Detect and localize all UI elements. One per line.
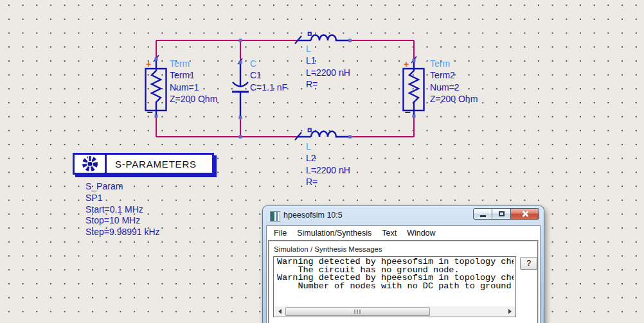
- l1-type-label[interactable]: L: [306, 43, 350, 55]
- maximize-button[interactable]: [492, 208, 511, 220]
- term2-minus-mark: −: [404, 107, 410, 118]
- component-term2[interactable]: + −: [404, 57, 424, 118]
- c1-type-label[interactable]: C: [250, 58, 287, 69]
- sp1-name-label[interactable]: SP1: [85, 193, 160, 204]
- horizontal-scrollbar[interactable]: [274, 306, 515, 316]
- l1-labels[interactable]: L L1 L=2200 nH R=: [306, 43, 350, 91]
- sp1-start-param[interactable]: Start=0.1 MHz: [85, 204, 160, 216]
- scrollbar-thumb[interactable]: [285, 307, 430, 316]
- term1-labels[interactable]: Term Term1 Num=1 Z=200 Ohm: [170, 58, 217, 105]
- messages-panel: Simulation / Synthesis Messages Warning …: [268, 240, 539, 323]
- messages-textbox[interactable]: Warning detected by hpeesofsim in topolo…: [273, 256, 516, 317]
- window-titlebar[interactable]: hpeesofsim 10:5: [263, 206, 544, 225]
- message-line: Warning detected by hpeesofsim in topolo…: [277, 258, 514, 266]
- s-parameters-block[interactable]: S-PARAMETERS: [73, 153, 214, 175]
- message-line: The circuit has no ground node.: [277, 266, 514, 275]
- c1-name-label[interactable]: C1: [250, 69, 287, 81]
- s-parameters-title: S-PARAMETERS: [107, 155, 212, 173]
- term1-type-label[interactable]: Term: [170, 58, 217, 69]
- menu-bar: File Simulation/Synthesis Text Window: [267, 226, 540, 240]
- message-line: Number of nodes with no DC path to groun…: [277, 283, 514, 291]
- schematic-canvas: + − + −: [0, 0, 644, 323]
- sp1-step-param[interactable]: Step=9.98991 kHz: [85, 227, 160, 238]
- l1-value-param[interactable]: L=2200 nH: [306, 67, 350, 78]
- scrollbar-grip-icon: [354, 310, 361, 314]
- minimize-icon: [480, 215, 486, 217]
- term2-z-param[interactable]: Z=200 Ohm: [430, 93, 478, 105]
- component-l2[interactable]: [295, 129, 352, 141]
- scroll-left-icon: [278, 309, 282, 314]
- menu-simulation-synthesis[interactable]: Simulation/Synthesis: [292, 227, 377, 239]
- term1-name-label[interactable]: Term1: [170, 69, 217, 81]
- component-term1[interactable]: + −: [146, 55, 166, 118]
- c1-value-param[interactable]: C=1.1 nF: [250, 82, 287, 93]
- scroll-right-button[interactable]: [505, 306, 515, 316]
- term2-name-label[interactable]: Term2: [430, 69, 478, 81]
- app-icon: [270, 211, 280, 222]
- scroll-left-button[interactable]: [274, 306, 285, 316]
- term1-z-param[interactable]: Z=200 Ohm: [170, 93, 217, 105]
- l1-r-param[interactable]: R=: [306, 78, 350, 90]
- close-button[interactable]: [511, 208, 539, 220]
- l1-name-label[interactable]: L1: [306, 55, 350, 66]
- term2-labels[interactable]: Term Term2 Num=2 Z=200 Ohm: [430, 58, 478, 105]
- l2-labels[interactable]: L L2 L=2200 nH R=: [306, 141, 350, 188]
- term1-plus-mark: +: [146, 59, 151, 69]
- l2-type-label[interactable]: L: [306, 141, 350, 152]
- scroll-right-icon: [508, 309, 512, 314]
- term2-plus-mark: +: [404, 59, 409, 69]
- term1-num-param[interactable]: Num=1: [170, 82, 217, 93]
- maximize-icon: [499, 211, 505, 216]
- term2-num-param[interactable]: Num=2: [430, 82, 478, 93]
- menu-file[interactable]: File: [269, 227, 292, 239]
- warning-messages: Warning detected by hpeesofsim in topolo…: [274, 257, 515, 290]
- term2-type-label[interactable]: Term: [430, 58, 478, 69]
- window-title: hpeesofsim 10:5: [283, 211, 343, 220]
- term1-minus-mark: −: [147, 107, 152, 118]
- component-l1[interactable]: [295, 33, 352, 44]
- minimize-button[interactable]: [473, 208, 492, 220]
- window-client-area: File Simulation/Synthesis Text Window Si…: [266, 225, 541, 323]
- menu-window[interactable]: Window: [402, 227, 440, 239]
- sp1-labels[interactable]: S_Param SP1 Start=0.1 MHz Stop=10 MHz St…: [85, 181, 160, 238]
- messages-panel-title: Simulation / Synthesis Messages: [269, 241, 537, 256]
- caption-buttons: [473, 208, 539, 220]
- message-line: Warning detected by hpeesofsim in topolo…: [277, 274, 514, 283]
- c1-labels[interactable]: C C1 C=1.1 nF: [250, 58, 287, 93]
- help-button[interactable]: ?: [520, 257, 537, 270]
- gear-icon: [80, 153, 100, 174]
- component-c1[interactable]: [232, 39, 249, 139]
- scrollbar-track[interactable]: [285, 306, 505, 316]
- sp1-stop-param[interactable]: Stop=10 MHz: [85, 215, 160, 227]
- close-icon: [521, 210, 529, 218]
- l2-r-param[interactable]: R=: [306, 176, 350, 188]
- l2-value-param[interactable]: L=2200 nH: [306, 164, 350, 176]
- l2-name-label[interactable]: L2: [306, 152, 350, 164]
- menu-text[interactable]: Text: [377, 227, 402, 239]
- sp1-type-label[interactable]: S_Param: [85, 181, 160, 193]
- hpeesofsim-window: hpeesofsim 10:5 File Simulation/Synthesi…: [263, 206, 544, 323]
